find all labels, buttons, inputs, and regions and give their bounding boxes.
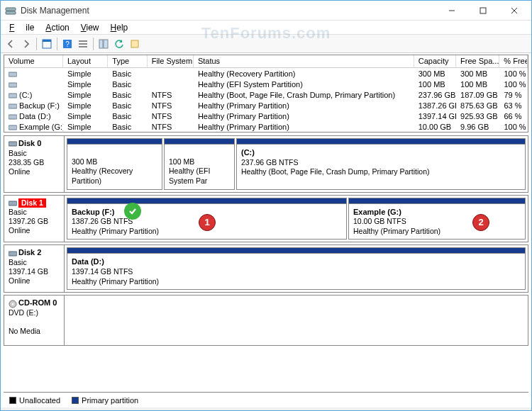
window-title: Disk Management [21,6,436,16]
partition-header [67,139,162,145]
menu-help[interactable]: Help [105,21,134,34]
svg-rect-14 [104,40,108,48]
svg-rect-16 [9,72,17,77]
annotation-2: 2 [472,214,489,231]
disk-row[interactable]: Disk 2 Basic 1397.14 GB Online Data (D:)… [4,244,528,293]
volume-icon [9,123,17,130]
partition-header [67,198,346,204]
disk-row[interactable]: Disk 0 Basic 238.35 GB Online 300 MBHeal… [4,135,528,193]
maximize-button[interactable] [467,1,499,21]
svg-rect-22 [9,142,17,146]
disk-type: Basic [9,149,27,157]
partition-box[interactable]: Backup (F:)1387.26 GB NTFSHealthy (Prima… [67,198,347,240]
back-button[interactable] [4,37,18,51]
th-pct[interactable]: % Free [499,55,528,67]
table-row[interactable]: SimpleBasicHealthy (Recovery Partition)3… [4,68,528,79]
svg-rect-1 [6,11,16,14]
svg-rect-23 [9,201,17,206]
svg-rect-24 [9,252,17,256]
app-icon [5,5,16,16]
svg-rect-7 [43,40,51,42]
legend-primary-icon [72,397,79,404]
menu-view[interactable]: View [75,21,105,34]
svg-rect-19 [9,104,17,108]
checkmark-icon [124,203,141,220]
minimize-button[interactable] [436,1,467,21]
svg-rect-3 [480,8,486,13]
volume-icon [9,91,17,98]
table-row[interactable]: Data (D:)SimpleBasicNTFSHealthy (Primary… [4,111,528,121]
disk-size: 238.35 GB [9,158,44,167]
disk-icon [9,140,17,148]
th-free[interactable]: Free Spa... [456,55,499,67]
volume-icon [9,112,17,119]
th-fs[interactable]: File System [148,55,194,67]
partition-header [237,139,525,145]
volume-icon [9,80,17,87]
svg-rect-20 [9,115,17,119]
svg-text:?: ? [65,40,70,48]
partition-header [165,139,234,145]
table-row[interactable]: Example (G:)SimpleBasicNTFSHealthy (Prim… [4,121,528,132]
partition-box[interactable]: (C:)237.96 GB NTFSHealthy (Boot, Page Fi… [236,138,526,190]
partition-header [349,198,525,204]
statusbar [1,407,531,410]
volume-icon [9,69,17,77]
table-row[interactable]: (C:)SimpleBasicNTFSHealthy (Boot, Page F… [4,89,528,100]
svg-rect-18 [9,94,17,98]
th-capacity[interactable]: Capacity [414,55,456,67]
table-row[interactable]: SimpleBasicHealthy (EFI System Partition… [4,79,528,89]
partition-box[interactable]: 300 MBHealthy (Recovery Partition) [67,138,162,190]
help-icon[interactable]: ? [60,37,74,51]
svg-rect-13 [99,40,103,48]
th-layout[interactable]: Layout [63,55,108,67]
toolbar-list-icon[interactable] [76,37,90,51]
disk-icon [9,199,17,208]
svg-rect-17 [9,83,17,87]
svg-rect-11 [79,43,87,45]
disk-row[interactable]: Disk 1 Basic 1397.26 GB Online Backup (F… [4,195,528,243]
toolbar-view-icon[interactable] [40,37,54,51]
cdrom-icon [9,300,17,308]
disk-row[interactable]: CD-ROM 0 DVD (E:) No Media [4,295,528,346]
volume-table: Volume Layout Type File System Status Ca… [4,55,528,133]
toolbar-layout-icon[interactable] [96,37,111,51]
toolbar-properties-icon[interactable] [128,37,142,51]
disk-name: Disk 0 [18,139,41,147]
menu-action[interactable]: Action [40,21,74,34]
forward-button[interactable] [19,37,33,51]
annotation-1: 1 [199,214,216,231]
svg-rect-0 [6,8,16,11]
svg-rect-15 [131,40,138,47]
disk-name-selected: Disk 1 [18,198,46,208]
svg-rect-21 [9,125,17,130]
svg-point-26 [12,303,14,305]
legend: Unallocated Primary partition [4,392,528,407]
close-button[interactable] [499,1,530,21]
partition-header [67,248,525,254]
partition-box[interactable]: Example (G:)10.00 GB NTFSHealthy (Primar… [348,198,526,240]
disk-icon [9,249,17,258]
th-type[interactable]: Type [108,55,147,67]
partition-box[interactable]: 100 MBHealthy (EFI System Par [164,138,235,190]
volume-icon [9,101,17,108]
disk-state: Online [9,167,30,176]
svg-rect-12 [79,46,87,47]
legend-unallocated-icon [9,397,16,404]
toolbar-refresh-icon[interactable] [112,37,126,51]
partition-box[interactable]: Data (D:)1397.14 GB NTFSHealthy (Primary… [67,247,526,290]
menu-file[interactable]: File [4,21,40,34]
table-row[interactable]: Backup (F:)SimpleBasicNTFSHealthy (Prima… [4,100,528,111]
th-status[interactable]: Status [194,55,414,67]
th-volume[interactable]: Volume [4,55,63,67]
svg-rect-10 [79,40,87,42]
